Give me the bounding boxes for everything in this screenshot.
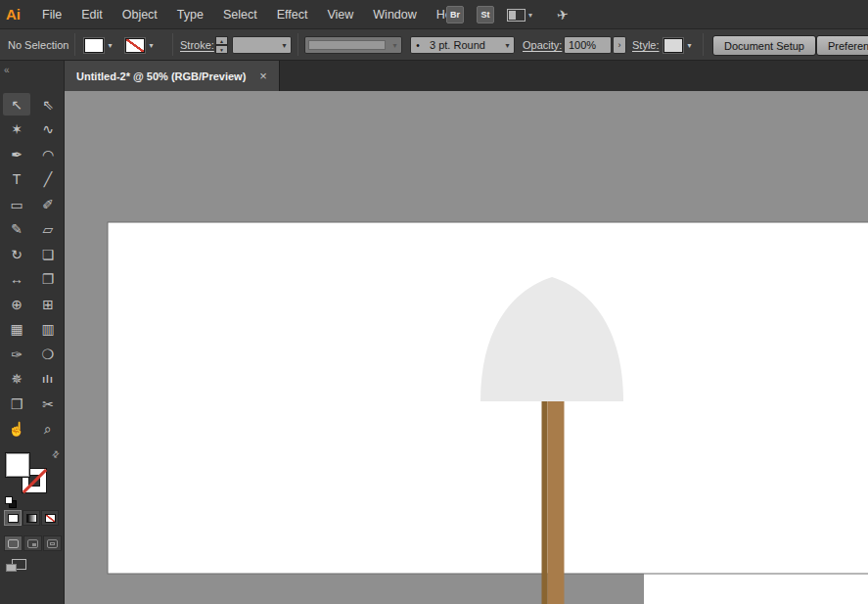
rotate-tool[interactable]: ↻	[3, 243, 30, 265]
pencil-tool-icon: ✎	[11, 221, 23, 237]
selection-tool[interactable]: ↖	[3, 93, 30, 116]
screen-mode-button[interactable]	[6, 559, 31, 577]
separator	[703, 33, 704, 56]
document-tab-title: Untitled-2* @ 50% (RGB/Preview)	[76, 70, 246, 82]
zoom-tool[interactable]: ⌕	[34, 418, 62, 441]
blend-tool[interactable]: ❍	[34, 343, 62, 365]
opacity-input[interactable]	[564, 36, 612, 54]
zoom-tool-icon: ⌕	[44, 421, 52, 438]
pencil-tool[interactable]: ✎	[3, 218, 30, 241]
gpu-performance-icon[interactable]: ✈	[556, 6, 570, 23]
toolbar-collapse-button[interactable]: «	[4, 65, 8, 75]
gradient-button[interactable]	[23, 510, 40, 526]
rectangle-tool-icon: ▭	[10, 197, 23, 212]
draw-inside-button[interactable]	[43, 535, 62, 551]
gradient-tool-icon: ▥	[41, 321, 54, 337]
eyedropper-tool[interactable]: ✑	[3, 343, 30, 365]
default-colors-icon[interactable]	[5, 496, 17, 508]
separator	[297, 33, 298, 56]
canvas[interactable]	[65, 91, 868, 604]
fill-color-swatch[interactable]	[84, 38, 104, 53]
fill-indicator[interactable]	[5, 452, 30, 478]
stepper-down-icon[interactable]: ▼	[215, 45, 228, 54]
width-tool-icon: ↔	[10, 271, 23, 287]
eraser-tool[interactable]: ▱	[34, 218, 62, 241]
shovel-handle[interactable]	[548, 401, 565, 604]
scale-tool-icon: ❏	[42, 247, 55, 262]
color-button[interactable]	[4, 510, 22, 526]
stroke-weight-stepper[interactable]: ▲ ▼	[215, 36, 228, 54]
screen-mode-icon-front	[6, 564, 17, 572]
chevron-down-icon: ▾	[388, 37, 401, 53]
menu-select[interactable]: Select	[213, 0, 267, 29]
style-label[interactable]: Style:	[632, 39, 660, 51]
menu-type[interactable]: Type	[167, 0, 213, 29]
slice-tool[interactable]: ✂	[34, 393, 62, 415]
opacity-label[interactable]: Opacity:	[523, 39, 562, 51]
direct-selection-tool[interactable]: ⇖	[34, 93, 62, 116]
symbol-sprayer-tool-icon: ✵	[11, 371, 23, 387]
document-tab[interactable]: Untitled-2* @ 50% (RGB/Preview) ×	[65, 61, 280, 91]
stroke-weight-label[interactable]: Stroke:	[180, 39, 214, 51]
menu-window[interactable]: Window	[363, 0, 426, 29]
brush-definition-select[interactable]: • 3 pt. Round ▾	[410, 36, 515, 54]
lasso-tool[interactable]: ∿	[34, 118, 62, 141]
symbol-sprayer-tool[interactable]: ✵	[3, 368, 30, 391]
menu-view[interactable]: View	[317, 0, 363, 29]
menu-file[interactable]: File	[32, 0, 71, 29]
scale-tool[interactable]: ❏	[34, 243, 62, 265]
swap-fill-stroke-icon[interactable]: ⇄	[50, 448, 62, 460]
arrange-documents-button[interactable]: ▾	[507, 9, 532, 22]
shovel-handle-shadow[interactable]	[542, 401, 548, 604]
pen-tool-icon: ✒	[11, 147, 23, 163]
preferences-button[interactable]: Preferences	[816, 35, 868, 56]
draw-behind-button[interactable]	[23, 535, 42, 551]
draw-normal-icon	[8, 539, 19, 548]
magic-wand-tool[interactable]: ✶	[3, 118, 30, 141]
column-graph-tool[interactable]: ılı	[34, 368, 62, 391]
stroke-weight-select[interactable]: ▾	[232, 36, 292, 54]
paintbrush-tool[interactable]: ✐	[34, 193, 62, 215]
width-profile-preview	[308, 40, 386, 50]
direct-selection-tool-icon: ⇖	[42, 97, 54, 113]
chevron-right-icon: ›	[618, 40, 621, 50]
mesh-tool[interactable]: ▦	[3, 318, 30, 341]
artboard-tool[interactable]: ❒	[3, 393, 30, 415]
selection-tool-icon: ↖	[11, 97, 23, 113]
shape-builder-tool[interactable]: ⊕	[3, 293, 30, 315]
hand-tool[interactable]: ☝	[3, 418, 30, 441]
opacity-flyout-button[interactable]: ›	[613, 36, 626, 54]
menu-effect[interactable]: Effect	[267, 0, 318, 29]
menu-object[interactable]: Object	[113, 0, 167, 29]
document-setup-button[interactable]: Document Setup	[712, 35, 816, 56]
close-icon[interactable]: ×	[259, 70, 267, 82]
style-dropdown-icon[interactable]: ▾	[683, 37, 696, 53]
none-button[interactable]	[41, 510, 59, 526]
gradient-tool[interactable]: ▥	[34, 318, 62, 341]
fill-color-dropdown-icon[interactable]: ▾	[104, 37, 116, 53]
stroke-color-dropdown-icon[interactable]: ▾	[145, 37, 158, 53]
width-tool[interactable]: ↔	[3, 268, 30, 291]
draw-normal-button[interactable]	[4, 535, 23, 551]
pen-tool[interactable]: ✒	[3, 143, 30, 165]
type-tool[interactable]: T	[3, 168, 30, 191]
slice-tool-icon: ✂	[42, 396, 54, 412]
artboard-overflow	[644, 574, 868, 604]
stock-icon[interactable]: St	[477, 6, 494, 23]
curvature-tool[interactable]: ◠	[34, 143, 62, 165]
perspective-grid-tool[interactable]: ⊞	[34, 293, 62, 315]
stroke-color-swatch[interactable]	[125, 38, 145, 53]
rectangle-tool[interactable]: ▭	[3, 193, 30, 215]
artwork-layer	[65, 91, 868, 604]
style-swatch[interactable]	[663, 38, 683, 53]
draw-inside-icon	[47, 539, 58, 548]
chevron-down-icon[interactable]: ▾	[501, 37, 514, 53]
line-segment-tool[interactable]: ╱	[34, 168, 62, 191]
bridge-icon[interactable]: Br	[446, 6, 464, 23]
menu-edit[interactable]: Edit	[71, 0, 113, 29]
stepper-up-icon[interactable]: ▲	[215, 36, 228, 45]
paintbrush-tool-icon: ✐	[42, 197, 54, 212]
column-graph-tool-icon: ılı	[42, 374, 53, 385]
artboard-tool-icon: ❒	[11, 396, 23, 412]
free-transform-tool[interactable]: ❐	[34, 268, 62, 291]
